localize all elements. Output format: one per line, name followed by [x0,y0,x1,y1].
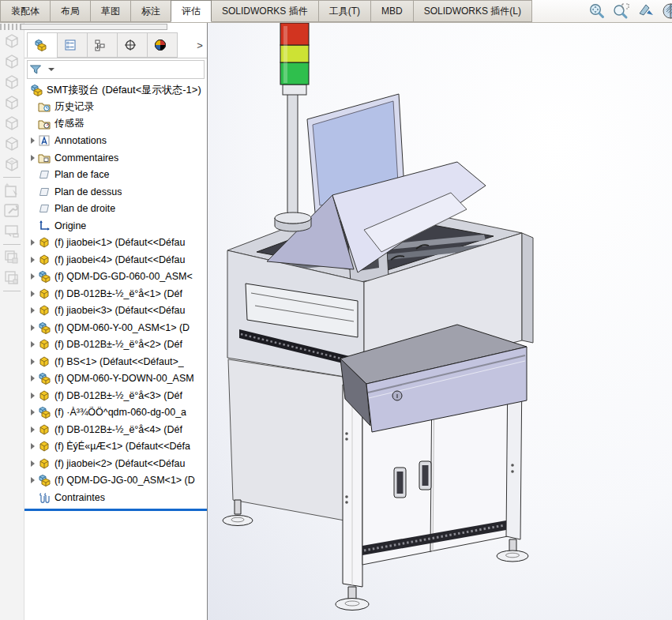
featuremanager-panel: > SMT接驳台 (Défaut<显示状态-1>) 历史记录 传感器 Annot… [24,23,208,620]
graphics-area[interactable] [208,23,672,620]
panel-tabs-more-button[interactable]: > [193,32,207,58]
panel-grip-strip[interactable] [0,23,167,31]
tree-item[interactable]: (f) ÈýÉ«µÆ<1> (Défaut<<Défa [24,438,207,456]
tree-filter[interactable] [27,60,205,79]
tree-item[interactable]: Plan de face [24,167,207,184]
expand-arrow-icon[interactable] [28,152,38,163]
assembly-icon [38,321,51,334]
expand-arrow-icon[interactable] [28,356,38,366]
view-cube-icon[interactable] [2,134,21,153]
expand-arrow-icon [28,220,38,231]
view-settings-icon[interactable] [636,2,655,21]
layered-windows-icon[interactable] [2,248,21,267]
tree-item[interactable]: (f) QDM-060-Y-00_ASM<1> (D [24,319,207,336]
tree-item[interactable]: 历史记录 [24,99,207,116]
expand-arrow-icon[interactable] [28,306,38,316]
tree-item[interactable]: Origine [24,217,207,235]
tree-item[interactable]: (f) QDM-060-Y-DOWN-00_ASM [24,370,207,388]
expand-arrow-icon [28,204,38,214]
tree-item[interactable]: 传感器 [24,115,207,133]
dimxpertmanager-tab[interactable] [117,32,148,58]
part-icon [38,457,51,470]
expand-arrow-icon[interactable] [28,322,38,333]
filter-dropdown-icon[interactable] [48,68,54,71]
configuration-icon [94,39,107,51]
filter-funnel-icon[interactable] [29,63,42,76]
tab-evaluate[interactable]: 评估 [171,0,212,22]
screen-target-icon[interactable] [2,222,21,241]
tab-solidworks-addins-l[interactable]: SOLIDWORKS 插件(L) [413,0,532,22]
tree-root[interactable]: SMT接驳台 (Défaut<显示状态-1>) [24,81,207,99]
view-cube-icon[interactable] [2,32,21,51]
origin-icon [38,220,51,232]
new-part-icon[interactable] [2,181,21,200]
expand-arrow-icon[interactable] [28,458,38,468]
tree-item[interactable]: (f) BS<1> (Défaut<<Défaut>_ [24,353,207,370]
tree-item[interactable]: (f) jiaobei<2> (Défaut<<Défau [24,455,207,472]
tree-item[interactable]: Contraintes [24,489,207,506]
expand-arrow-icon[interactable] [28,340,38,350]
tree-item[interactable]: Annotations [24,133,207,150]
expand-arrow-icon[interactable] [28,136,38,146]
view-cube-icon[interactable] [2,73,21,92]
assembly-icon [38,474,51,487]
tree-item[interactable]: Plan de dessus [24,183,207,201]
tree-item[interactable]: (f) ·À³¾ÕÖ^qdm-060-dg-00_a [24,404,207,422]
tab-layout[interactable]: 布局 [50,0,91,22]
tree-item[interactable]: (f) DB-012B±-½_ë°å<4> (Déf [24,421,207,438]
section-view-icon[interactable] [661,2,672,21]
annotations-icon [38,134,51,147]
expand-arrow-icon[interactable] [28,475,38,486]
tab-markup[interactable]: 标注 [130,0,171,22]
displaymanager-tab[interactable] [147,32,178,58]
tree-item[interactable]: (f) QDM-DG-JG-00_ASM<1> (D [24,472,207,490]
part-icon [38,338,51,351]
tree-item[interactable]: (f) DB-012B±-½_ë°å<2> (Déf [24,336,207,354]
zoom-to-fit-icon[interactable] [588,2,606,21]
edit-wrench-icon[interactable] [2,201,21,220]
expand-arrow-icon[interactable] [28,408,38,418]
3d-viewport[interactable] [208,23,672,620]
tab-mbd[interactable]: MBD [370,0,414,22]
part-icon [38,423,51,436]
quick-tools [588,0,672,22]
mates-paperclip-icon [38,491,51,504]
panel-scrollbar[interactable] [21,24,167,30]
part-icon [38,254,51,266]
tab-solidworks-addins[interactable]: SOLIDWORKS 插件 [211,0,319,22]
configurationmanager-tab[interactable] [87,32,118,58]
expand-arrow-icon[interactable] [28,424,38,434]
featuremanager-tab[interactable] [27,32,58,58]
tree-item[interactable]: Plan de droite [24,201,207,218]
expand-arrow-icon[interactable] [28,442,38,452]
rollback-bar[interactable] [24,509,207,511]
expand-arrow-icon[interactable] [28,238,38,248]
tree-item[interactable]: (f) DB-012B±-½_ë°å<1> (Déf [24,285,207,302]
tab-sketch[interactable]: 草图 [90,0,131,22]
view-cube-icon[interactable] [2,93,21,112]
tree-item[interactable]: (f) jiaobei<3> (Défaut<<Défau [24,302,207,320]
expand-arrow-icon[interactable] [28,272,38,282]
view-cube-shaded-icon[interactable] [2,155,21,174]
tree-item[interactable]: (f) QDM-DG-GD-060-00_ASM< [24,269,207,286]
view-cube-icon[interactable] [2,52,21,71]
expand-arrow-icon[interactable] [28,288,38,299]
layered-windows-2-icon[interactable] [2,269,21,287]
view-cube-icon[interactable] [2,114,21,133]
tree-item[interactable]: Commentaires [24,149,207,167]
tab-assembly[interactable]: 装配体 [0,0,51,22]
tree-item[interactable]: (f) jiaobei<4> (Défaut<<Défau [24,251,207,269]
assembly-icon [38,372,51,385]
expand-arrow-icon[interactable] [28,254,38,265]
tree-item[interactable]: (f) DB-012B±-½_ë°å<3> (Déf [24,387,207,404]
expand-arrow-icon [28,492,38,502]
expand-arrow-icon[interactable] [28,390,38,400]
expand-arrow-icon[interactable] [28,374,38,384]
ribbon-tabbar: 装配体 布局 草图 标注 评估 SOLIDWORKS 插件 工具(T) MBD … [0,0,672,23]
expand-arrow-icon [28,118,38,129]
assembly-icon [38,406,51,419]
tree-item[interactable]: (f) jiaobei<1> (Défaut<<Défau [24,235,207,252]
zoom-to-area-icon[interactable] [612,2,631,21]
tab-tools[interactable]: 工具(T) [318,0,371,22]
propertymanager-tab[interactable] [57,32,88,58]
